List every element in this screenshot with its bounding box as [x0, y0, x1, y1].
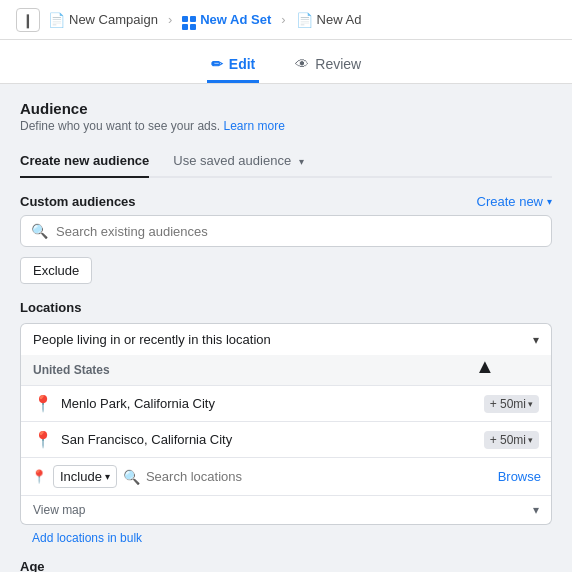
view-map-row: View map ▾ — [21, 496, 551, 524]
audience-title: Audience — [20, 100, 552, 117]
tab-edit[interactable]: ✏ Edit — [207, 48, 259, 83]
fold-panel-button[interactable]: ❙ — [16, 8, 40, 32]
nav-new-ad-set[interactable]: New Ad Set — [182, 10, 271, 30]
age-section: Age 23 - 45 — [20, 559, 552, 572]
search-audiences-box[interactable]: 🔍 — [20, 215, 552, 247]
search-icon: 🔍 — [31, 223, 48, 239]
add-locations-bulk-link[interactable]: Add locations in bulk — [20, 525, 552, 545]
audience-subtabs: Create new audience Use saved audience ▾ — [20, 145, 552, 178]
nav-campaign-label: New Campaign — [69, 12, 158, 27]
use-saved-audience-label: Use saved audience — [173, 153, 291, 168]
browse-link[interactable]: Browse — [498, 469, 541, 484]
view-map-chevron-icon: ▾ — [533, 503, 539, 517]
create-new-audience-label: Create new audience — [20, 153, 149, 168]
radius-value-1: + 50mi — [490, 397, 526, 411]
tab-use-saved-audience[interactable]: Use saved audience ▾ — [173, 145, 303, 178]
locations-section: Locations People living in or recently i… — [20, 300, 552, 545]
include-label: Include — [60, 469, 102, 484]
include-caret-icon: ▾ — [105, 471, 110, 482]
tab-review[interactable]: 👁 Review — [291, 48, 365, 83]
doc-icon: 📄 — [48, 12, 65, 28]
exclude-label: Exclude — [33, 263, 79, 278]
tab-review-label: Review — [315, 56, 361, 72]
radius-value-2: + 50mi — [490, 433, 526, 447]
location-item-menlo-park: 📍 Menlo Park, California City + 50mi ▾ — [21, 386, 551, 422]
exclude-button[interactable]: Exclude — [20, 257, 92, 284]
radius-caret-icon-1: ▾ — [528, 399, 533, 409]
nav-separator-1: › — [168, 12, 172, 27]
location-dropdown-caret-icon: ▾ — [533, 333, 539, 347]
location-pin-icon-1: 📍 — [33, 394, 53, 413]
create-new-caret-icon: ▾ — [547, 196, 552, 207]
view-map-link[interactable]: View map — [33, 503, 85, 517]
create-new-label: Create new — [477, 194, 543, 209]
search-locations-input[interactable] — [146, 469, 492, 484]
include-pin-icon: 📍 — [31, 469, 47, 484]
top-navigation-bar: ❙ 📄 New Campaign › New Ad Set › 📄 New Ad — [0, 0, 572, 40]
nav-new-ad[interactable]: 📄 New Ad — [296, 12, 362, 28]
use-saved-caret-icon: ▾ — [299, 156, 304, 167]
create-new-button[interactable]: Create new ▾ — [477, 194, 552, 209]
age-title: Age — [20, 559, 552, 572]
doc-icon-2: 📄 — [296, 12, 313, 28]
audience-section: Audience Define who you want to see your… — [20, 100, 552, 178]
custom-audiences-title: Custom audiences — [20, 194, 136, 209]
radius-caret-icon-2: ▾ — [528, 435, 533, 445]
main-content: Audience Define who you want to see your… — [0, 84, 572, 572]
search-audiences-input[interactable] — [56, 224, 541, 239]
location-item-san-francisco: 📍 San Francisco, California City + 50mi … — [21, 422, 551, 458]
grid-icon — [182, 10, 196, 30]
city-name-2: San Francisco, California City — [61, 432, 476, 447]
include-dropdown[interactable]: Include ▾ — [53, 465, 117, 488]
tab-create-new-audience[interactable]: Create new audience — [20, 145, 149, 178]
audience-subtitle: Define who you want to see your ads. Lea… — [20, 119, 552, 133]
audience-subtitle-text: Define who you want to see your ads. — [20, 119, 220, 133]
nav-separator-2: › — [281, 12, 285, 27]
location-type-dropdown[interactable]: People living in or recently in this loc… — [20, 323, 552, 355]
edit-review-tabs: ✏ Edit 👁 Review — [0, 40, 572, 84]
eye-icon: 👁 — [295, 56, 309, 72]
custom-audiences-header-row: Custom audiences Create new ▾ — [20, 194, 552, 209]
us-country-header: United States — [21, 355, 551, 386]
pencil-icon: ✏ — [211, 56, 223, 72]
include-row: 📍 Include ▾ 🔍 Browse — [21, 458, 551, 496]
location-pin-icon-2: 📍 — [33, 430, 53, 449]
nav-ad-label: New Ad — [317, 12, 362, 27]
radius-tag-1[interactable]: + 50mi ▾ — [484, 395, 539, 413]
locations-list-box: United States 📍 Menlo Park, California C… — [20, 355, 552, 525]
nav-new-campaign[interactable]: 📄 New Campaign — [48, 12, 158, 28]
radius-tag-2[interactable]: + 50mi ▾ — [484, 431, 539, 449]
tab-edit-label: Edit — [229, 56, 255, 72]
locations-title: Locations — [20, 300, 552, 315]
search-locations-box[interactable]: 🔍 — [123, 469, 492, 485]
custom-audiences-section: Custom audiences Create new ▾ 🔍 Exclude — [20, 194, 552, 300]
learn-more-link[interactable]: Learn more — [223, 119, 284, 133]
nav-ad-set-label: New Ad Set — [200, 12, 271, 27]
location-type-label: People living in or recently in this loc… — [33, 332, 271, 347]
city-name-1: Menlo Park, California City — [61, 396, 476, 411]
search-locations-icon: 🔍 — [123, 469, 140, 485]
